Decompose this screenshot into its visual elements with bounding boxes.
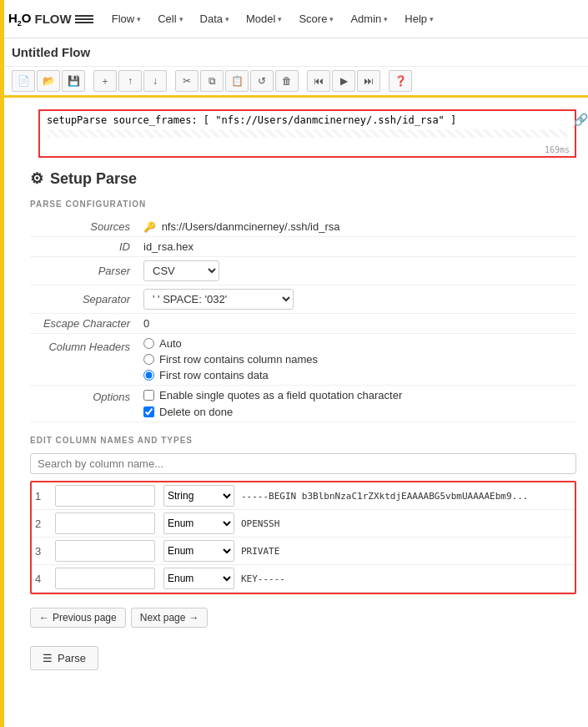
nav-item-help[interactable]: Help ▾: [396, 3, 442, 35]
save-button[interactable]: 💾: [62, 70, 85, 92]
parse-config-header: PARSE CONFIGURATION: [30, 199, 576, 209]
separator-select[interactable]: ' ' SPACE: '032' , ; |: [143, 289, 294, 310]
chevron-down-icon: ▾: [384, 15, 388, 23]
col-name-input[interactable]: [55, 512, 155, 534]
undo-button[interactable]: ↺: [250, 70, 274, 92]
radio-group: Auto First row contains column names Fir…: [143, 337, 571, 381]
option-delete-done-row[interactable]: Delete on done: [143, 406, 571, 418]
parse-button[interactable]: ☰ Parse: [30, 646, 98, 670]
logo-flow: FLOW: [35, 12, 72, 26]
column-headers-row: Column Headers Auto First row contains c…: [30, 334, 576, 386]
parse-section: ☰ Parse: [30, 639, 576, 670]
chevron-down-icon: ▾: [430, 15, 434, 23]
parser-label: Parser: [30, 257, 138, 285]
col-type-select[interactable]: StringEnumNumericIntRealTimeUUIDString: [163, 540, 234, 562]
code-cell: setupParse source_frames: [ "nfs://Users…: [38, 109, 576, 158]
col-type-select[interactable]: StringEnumNumericIntRealTimeUUIDString: [163, 512, 234, 534]
next-page-label: Next page: [140, 612, 186, 624]
new-cell-button[interactable]: 📄: [12, 70, 35, 92]
chevron-down-icon: ▾: [179, 15, 183, 23]
option-single-quotes-row[interactable]: Enable single quotes as a field quotatio…: [143, 389, 571, 401]
help-button[interactable]: ❓: [389, 70, 412, 92]
col-name-input[interactable]: [55, 568, 155, 589]
cell-container: CS setupParse source_frames: [ "nfs://Us…: [30, 109, 576, 158]
chevron-down-icon: ▾: [329, 15, 334, 23]
radio-auto-row[interactable]: Auto: [143, 337, 571, 350]
separator-label: Separator: [30, 285, 138, 314]
prev-page-label: Previous page: [53, 612, 117, 624]
nav-item-score[interactable]: Score ▾: [290, 3, 342, 35]
open-button[interactable]: 📂: [37, 70, 60, 92]
radio-first-names[interactable]: [143, 354, 154, 365]
paste-button[interactable]: 📋: [225, 70, 249, 92]
col-preview: -----BEGIN b3BlbnNzaC1rZXktdjEAAAABG5vbm…: [238, 482, 575, 510]
escape-row: Escape Character 0: [30, 314, 576, 334]
code-cell-text: setupParse source_frames: [ "nfs://Users…: [47, 114, 568, 126]
options-label: Options: [30, 386, 138, 422]
radio-first-row-data[interactable]: First row contains data: [143, 369, 571, 381]
nav-item-model[interactable]: Model ▾: [238, 3, 290, 35]
run-all-button[interactable]: ⏭: [357, 70, 380, 92]
parse-label: Parse: [58, 652, 86, 664]
col-num: 3: [32, 538, 52, 565]
col-name-input[interactable]: [55, 540, 155, 562]
logo-h2o: H2O: [8, 11, 32, 28]
col-num: 4: [32, 565, 52, 593]
separator-value: ' ' SPACE: '032' , ; |: [138, 285, 576, 314]
col-preview: KEY-----: [238, 565, 575, 593]
chevron-down-icon: ▾: [278, 15, 282, 23]
id-value: id_rsa.hex: [138, 237, 576, 257]
radio-first-data[interactable]: [143, 370, 154, 381]
next-page-button[interactable]: Next page →: [131, 608, 209, 628]
parser-value: CSV XLS XLSX SVMLight Auto: [138, 257, 576, 285]
search-input[interactable]: [30, 453, 576, 474]
delete-button[interactable]: 🗑: [275, 70, 299, 92]
parser-select[interactable]: CSV XLS XLSX SVMLight Auto: [143, 260, 219, 281]
link-icon: 🔗: [574, 113, 588, 126]
nav-menu: Flow ▾ Cell ▾ Data ▾ Model ▾ Score ▾ Adm…: [103, 3, 442, 35]
options-row: Options Enable single quotes as a field …: [30, 386, 576, 422]
logo: H2O FLOW: [8, 11, 93, 28]
col-type-cell: StringEnumNumericIntRealTimeUUIDString: [160, 482, 238, 510]
escape-value: 0: [138, 314, 576, 334]
cell-timing: 169ms: [545, 145, 570, 154]
col-type-cell: StringEnumNumericIntRealTimeUUIDString: [160, 565, 238, 593]
parse-icon: ☰: [43, 652, 53, 664]
col-num: 1: [32, 482, 52, 510]
add-cell-button[interactable]: ＋: [93, 70, 117, 92]
run-prev-button[interactable]: ⏮: [307, 70, 330, 92]
nav-item-flow[interactable]: Flow ▾: [103, 3, 149, 35]
nav-item-admin[interactable]: Admin ▾: [342, 3, 396, 35]
col-name-cell: [52, 538, 160, 565]
col-type-cell: StringEnumNumericIntRealTimeUUIDString: [160, 538, 238, 565]
nav-item-data[interactable]: Data ▾: [192, 3, 238, 35]
toolbar: 📄 📂 💾 ＋ ↑ ↓ ✂ ⧉ 📋 ↺ 🗑 ⏮ ▶ ⏭ ❓: [0, 67, 588, 98]
prev-page-button[interactable]: ← Previous page: [30, 608, 126, 628]
move-up-button[interactable]: ↑: [118, 70, 142, 92]
copy-button[interactable]: ⧉: [200, 70, 224, 92]
chevron-down-icon: ▾: [137, 15, 141, 23]
cut-button[interactable]: ✂: [175, 70, 199, 92]
radio-first-row-names[interactable]: First row contains column names: [143, 353, 571, 366]
col-name-input[interactable]: [55, 485, 155, 507]
table-row: 1StringEnumNumericIntRealTimeUUIDString-…: [32, 482, 575, 510]
run-button[interactable]: ▶: [332, 70, 355, 92]
checkbox-group: Enable single quotes as a field quotatio…: [143, 389, 571, 418]
col-name-cell: [52, 482, 160, 510]
col-type-select[interactable]: StringEnumNumericIntRealTimeUUIDString: [163, 568, 234, 589]
column-headers-label: Column Headers: [30, 334, 138, 386]
checkbox-delete-done[interactable]: [143, 406, 154, 417]
col-num: 2: [32, 510, 52, 538]
separator-row: Separator ' ' SPACE: '032' , ; |: [30, 285, 576, 314]
radio-auto[interactable]: [143, 338, 154, 349]
checkbox-single-quotes[interactable]: [143, 390, 154, 401]
col-type-cell: StringEnumNumericIntRealTimeUUIDString: [160, 510, 238, 538]
id-label: ID: [30, 237, 138, 257]
top-nav: H2O FLOW Flow ▾ Cell ▾ Data ▾ Model ▾ Sc…: [0, 0, 588, 38]
move-down-button[interactable]: ↓: [143, 70, 167, 92]
col-preview: PRIVATE: [238, 538, 575, 565]
nav-item-cell[interactable]: Cell ▾: [149, 3, 191, 35]
columns-table-container: 1StringEnumNumericIntRealTimeUUIDString-…: [30, 481, 576, 594]
col-type-select[interactable]: StringEnumNumericIntRealTimeUUIDString: [163, 485, 234, 507]
source-icon: 🔑: [143, 221, 156, 233]
